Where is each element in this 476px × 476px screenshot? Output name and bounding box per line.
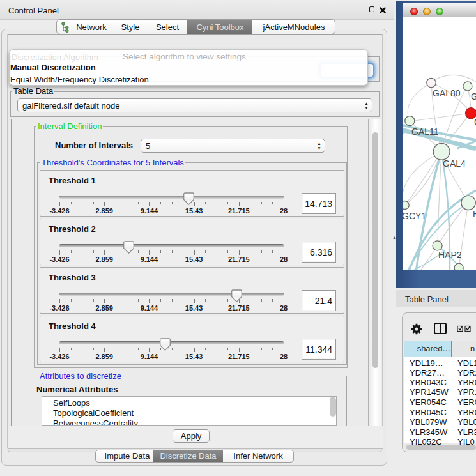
svg-text:HAP2: HAP2 [438,250,462,260]
svg-text:G: G [471,91,476,102]
svg-text:GAL4: GAL4 [443,158,466,169]
svg-text:GAL11: GAL11 [411,127,439,137]
svg-text:GAL80: GAL80 [433,88,461,98]
svg-text:H: H [473,209,476,219]
svg-text:GCY1: GCY1 [403,211,426,221]
